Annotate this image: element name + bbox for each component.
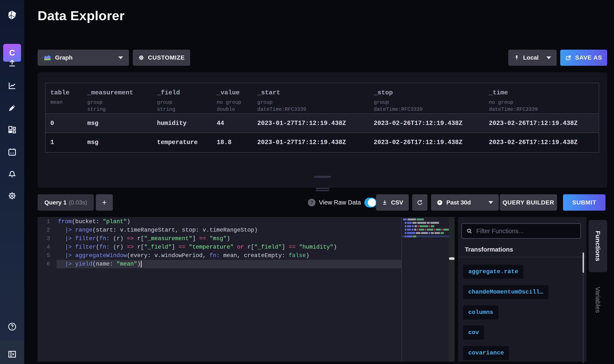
sidebar-item-data-explorer[interactable] (0, 79, 24, 93)
functions-section-label: Transformations (465, 246, 513, 253)
table-cell: 1 (50, 139, 54, 146)
query-duration: (0.03s) (69, 199, 87, 206)
tab-variables[interactable]: Variables (588, 286, 607, 313)
code-line[interactable]: 2 |> range(start: v.timeRangeStart, stop… (38, 226, 401, 234)
view-raw-data-label: View Raw Data (319, 199, 361, 206)
section-divider (458, 257, 586, 257)
divider-drag-thumb[interactable] (449, 257, 455, 260)
csv-download-button[interactable]: CSV (376, 194, 409, 211)
code-line[interactable]: 1from(bucket: "plant") (38, 217, 401, 226)
visualization-type-label: Graph (55, 54, 72, 61)
csv-label: CSV (391, 199, 403, 206)
calendar-icon (7, 147, 17, 157)
code-line[interactable]: 6 |> yield(name: "mean") (38, 260, 401, 268)
line-number: 3 (38, 234, 56, 243)
scrollbar-thumb[interactable] (583, 252, 584, 273)
visualization-type-dropdown[interactable]: Graph (38, 50, 129, 66)
sidebar-item-dashboards[interactable] (0, 123, 24, 137)
submit-button[interactable]: SUBMIT (563, 194, 605, 211)
code-line[interactable]: 5 |> aggregateWindow(every: v.windowPeri… (38, 251, 401, 260)
line-number: 5 (38, 251, 56, 260)
line-number: 4 (38, 243, 56, 251)
raw-data-help-icon[interactable]: ? (308, 199, 316, 206)
table-column-header: _measurementgroupstring (87, 83, 133, 113)
table-cell: msg (87, 120, 98, 127)
table-column-header: _stopgroupdateTime:RFC3339 (374, 83, 423, 113)
function-chip[interactable]: aggregate.rate (463, 265, 523, 279)
pencil-icon (7, 103, 17, 113)
sidebar-item-alerts[interactable] (0, 167, 24, 181)
bell-icon (7, 169, 17, 179)
table-cell: 44 (217, 120, 224, 127)
sidebar-item-notebooks[interactable] (0, 101, 24, 115)
table-horizontal-scrollbar[interactable] (314, 176, 331, 178)
text-cursor (141, 261, 141, 268)
line-graph-icon (7, 81, 17, 90)
function-chip[interactable]: covariance (463, 346, 509, 360)
time-range-dropdown[interactable]: Past 30d (431, 194, 499, 211)
flux-code-editor[interactable]: 1from(bucket: "plant")2 |> range(start: … (38, 217, 449, 362)
export-icon (565, 54, 572, 61)
table-cell: 2023-02-26T17:12:19.438Z (489, 139, 578, 146)
functions-panel: Transformations aggregate.ratechandeMome… (458, 217, 586, 362)
tab-functions[interactable]: Functions (588, 220, 607, 272)
toggle-knob (368, 198, 376, 207)
save-as-button[interactable]: SAVE AS (560, 50, 607, 66)
chevron-down-icon (118, 56, 123, 59)
table-cell: 18.8 (217, 139, 232, 146)
table-column-header: _timeno groupdateTime:RFC3339 (489, 83, 538, 113)
table-column-header: _fieldgroupstring (157, 83, 180, 113)
influxdb-logo-icon[interactable] (0, 5, 24, 26)
function-chip[interactable]: cov (463, 325, 484, 340)
chevron-down-icon (546, 56, 551, 59)
customize-button[interactable]: CUSTOMIZE (133, 50, 190, 66)
customize-label: CUSTOMIZE (148, 54, 185, 61)
chevron-down-icon (488, 201, 493, 204)
download-icon (382, 199, 388, 206)
expand-sidebar-icon (7, 350, 17, 359)
save-location-label: Local (523, 54, 539, 61)
panel-resize-handle[interactable] (316, 188, 329, 192)
table-row: 0msghumidity442023-01-27T17:12:19.438Z20… (45, 114, 599, 133)
sidebar-item-help[interactable] (0, 320, 24, 334)
save-location-dropdown[interactable]: Local (508, 50, 557, 66)
function-chip[interactable]: chandeMomentumOscill… (463, 285, 548, 299)
table-cell: 2023-01-27T17:12:19.438Z (257, 139, 346, 146)
editor-panel-divider[interactable] (449, 217, 455, 362)
table-row: 1msgtemperature18.82023-01-27T17:12:19.4… (45, 133, 599, 152)
functions-list-scrollbar[interactable] (583, 252, 584, 363)
gear-icon (138, 54, 144, 61)
table-cell: msg (87, 139, 98, 146)
gear-icon (7, 191, 17, 200)
query-builder-button[interactable]: QUERY BUILDER (500, 194, 557, 211)
sidebar-item-settings[interactable] (0, 189, 24, 203)
editor-minimap[interactable] (401, 217, 449, 362)
page-title: Data Explorer (38, 8, 125, 23)
table-cell: 2023-01-27T17:12:19.438Z (257, 120, 346, 127)
line-number: 1 (38, 217, 56, 226)
view-raw-data-toggle[interactable] (364, 198, 377, 208)
code-line[interactable]: 4 |> filter(fn: (r) => r["_field"] == "t… (38, 243, 401, 251)
table-column-header: _startgroupdateTime:RFC3339 (257, 83, 306, 113)
function-chip[interactable]: columns (463, 305, 498, 319)
query-tab[interactable]: Query 1 (0.03s) (38, 194, 94, 211)
add-query-button[interactable]: + (96, 194, 113, 211)
code-line[interactable]: 3 |> filter(fn: (r) => r["_measurement"]… (38, 234, 401, 243)
save-as-label: SAVE AS (575, 54, 602, 61)
raw-data-table: tablemean_measurementgroupstring_fieldgr… (45, 83, 599, 153)
sidebar-item-tasks[interactable] (0, 145, 24, 159)
table-cell: 2023-02-26T17:12:19.438Z (374, 139, 462, 146)
line-number: 6 (38, 260, 56, 268)
table-column-header: _valueno groupdouble (217, 83, 241, 113)
help-icon (7, 322, 17, 331)
refresh-button[interactable] (412, 194, 427, 211)
functions-search-box[interactable] (461, 223, 581, 239)
graph-type-icon (43, 54, 51, 62)
table-column-header: tablemean (50, 83, 70, 106)
functions-search-input[interactable] (476, 228, 576, 234)
sidebar: C (0, 0, 24, 364)
sidebar-expand-button[interactable] (0, 347, 24, 361)
dashboards-icon (7, 125, 17, 134)
table-cell: 2023-02-26T17:12:19.438Z (489, 120, 578, 127)
sidebar-item-load-data[interactable] (0, 56, 24, 70)
